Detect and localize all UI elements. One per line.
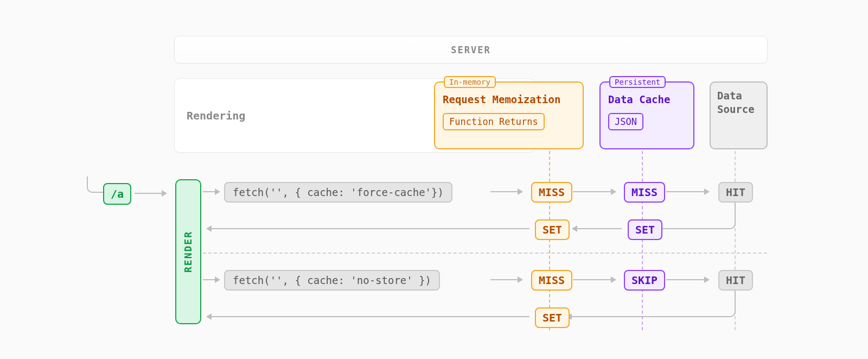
arrow-memoset-to-render1 — [207, 228, 529, 229]
data-cache-sub: JSON — [608, 113, 643, 130]
memo-status-row2: MISS — [531, 270, 572, 291]
memo-sub: Function Returns — [443, 113, 545, 130]
cache-set-row1: SET — [628, 219, 662, 240]
data-source-line2: Source — [717, 103, 755, 115]
data-cache-tag: Persistent — [609, 76, 666, 88]
arrow-render-to-fetch1 — [203, 191, 219, 192]
data-source-line1: Data — [717, 90, 742, 102]
data-cache-title: Data Cache — [608, 93, 686, 105]
render-bar: RENDER — [175, 179, 201, 324]
source-status-row2: HIT — [718, 270, 753, 291]
fetch1-text: fetch('', { cache: 'force-cache'}) — [233, 186, 444, 198]
arrow-render-to-fetch2 — [203, 279, 219, 280]
data-source-box: Data Source — [710, 81, 768, 149]
arrow-memo-to-cache2 — [573, 279, 615, 280]
arrow-memoset-to-render2 — [207, 316, 529, 317]
data-cache-box: Persistent Data Cache JSON — [599, 81, 694, 149]
arrow-fetch1-to-memo — [490, 191, 522, 192]
arrow-fetch2-to-memo — [490, 279, 522, 280]
server-header-label: SERVER — [451, 45, 490, 55]
arrow-cache-to-source2 — [666, 279, 709, 280]
cache-status-row2: SKIP — [624, 270, 665, 291]
memo-status-row1: MISS — [531, 182, 572, 203]
request-memoization-box: In-memory Request Memoization Function R… — [434, 81, 584, 149]
memo-set-row1: SET — [535, 219, 570, 240]
server-header: SERVER — [174, 36, 768, 64]
data-source-title: Data Source — [717, 89, 760, 116]
fetch2-text: fetch('', { cache: 'no-store' }) — [233, 274, 431, 286]
memo-tag: In-memory — [444, 76, 496, 88]
cache-status-row1: MISS — [624, 182, 665, 203]
row-divider — [203, 253, 767, 254]
render-label: RENDER — [183, 231, 194, 273]
rendering-label: Rendering — [187, 109, 245, 122]
arrow-cache-to-source1 — [666, 191, 709, 192]
memo-title: Request Memoization — [443, 93, 575, 105]
arrow-memo-to-cache1 — [573, 191, 615, 192]
route-pill: /a — [103, 183, 131, 205]
return-corner-2 — [573, 290, 736, 317]
arrow-cacheset-to-memoset1 — [573, 228, 622, 229]
source-status-row1: HIT — [718, 182, 753, 203]
memo-set-row2: SET — [535, 307, 570, 328]
route-hook-line — [87, 177, 103, 193]
arrow-route-to-render — [135, 193, 166, 194]
fetch-pill-2: fetch('', { cache: 'no-store' }) — [224, 270, 440, 291]
memo-lifeline — [549, 151, 550, 330]
route-path: /a — [111, 187, 124, 200]
return-corner-1 — [662, 202, 736, 229]
fetch-pill-1: fetch('', { cache: 'force-cache'}) — [224, 182, 452, 203]
